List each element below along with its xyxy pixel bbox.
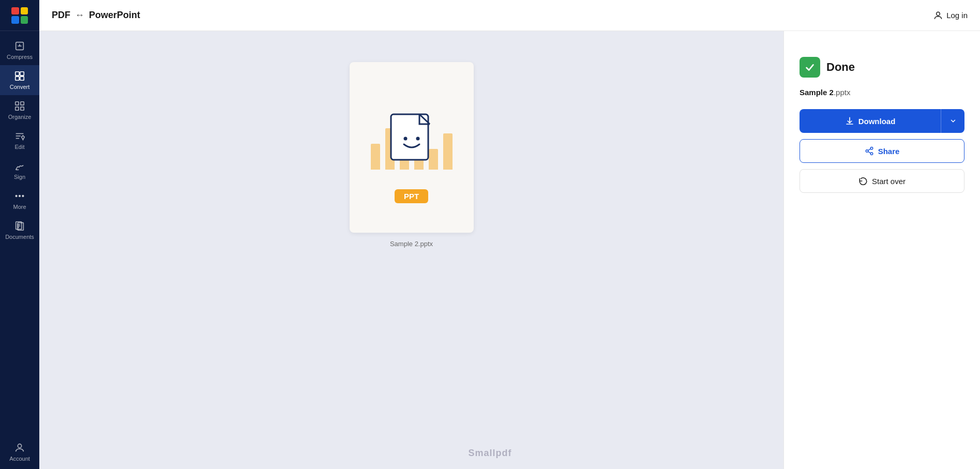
sidebar-label-organize: Organize xyxy=(8,114,32,120)
start-over-button[interactable]: Start over xyxy=(800,169,964,193)
file-info: Sample 2.pptx xyxy=(800,88,964,97)
main-wrapper: PDF ↔ PowerPoint Log in xyxy=(39,0,980,469)
svg-line-32 xyxy=(868,152,870,153)
sidebar-item-more[interactable]: More xyxy=(0,185,39,215)
ppt-badge: PPT xyxy=(395,189,428,203)
svg-rect-25 xyxy=(391,114,428,160)
sidebar-label-compress: Compress xyxy=(7,54,33,60)
svg-point-30 xyxy=(866,150,868,153)
file-display-name: Sample 2.pptx xyxy=(390,240,433,248)
download-button[interactable]: Download xyxy=(800,109,941,133)
sidebar-label-documents: Documents xyxy=(5,234,34,240)
svg-rect-3 xyxy=(16,72,19,75)
sidebar-item-organize[interactable]: Organize xyxy=(0,95,39,125)
svg-rect-8 xyxy=(21,102,24,105)
sidebar-label-convert: Convert xyxy=(10,84,30,90)
svg-rect-10 xyxy=(21,107,24,110)
done-header: Done xyxy=(800,57,964,78)
svg-point-24 xyxy=(937,12,940,16)
refresh-icon xyxy=(858,176,868,186)
preview-area: PPT Sample 2.pptx Smallpdf xyxy=(39,31,783,469)
svg-point-27 xyxy=(416,137,419,140)
svg-point-29 xyxy=(870,147,873,150)
compress-icon xyxy=(14,40,25,52)
user-icon xyxy=(933,10,943,21)
sidebar-nav: Compress Convert Organize xyxy=(0,31,39,437)
done-title: Done xyxy=(826,60,855,74)
sidebar-label-more: More xyxy=(13,204,26,210)
organize-icon xyxy=(14,100,25,112)
app-logo[interactable] xyxy=(0,0,39,31)
header: PDF ↔ PowerPoint Log in xyxy=(39,0,980,31)
sidebar-item-edit[interactable]: Edit xyxy=(0,125,39,155)
svg-point-26 xyxy=(403,137,407,140)
done-icon xyxy=(800,57,820,78)
svg-rect-6 xyxy=(20,77,24,80)
svg-point-23 xyxy=(18,444,21,448)
content: PPT Sample 2.pptx Smallpdf Done Sample 2… xyxy=(39,31,980,469)
sidebar-item-sign[interactable]: Sign xyxy=(0,155,39,185)
account-icon xyxy=(14,442,25,453)
svg-point-16 xyxy=(19,195,21,197)
chevron-down-icon xyxy=(949,117,957,125)
sidebar-label-edit: Edit xyxy=(15,144,25,150)
page-title: PDF ↔ PowerPoint xyxy=(52,10,933,21)
sidebar-item-documents[interactable]: Documents xyxy=(0,215,39,245)
svg-rect-5 xyxy=(16,77,19,80)
ppt-icon-wrap xyxy=(370,92,453,185)
svg-point-17 xyxy=(22,195,24,197)
file-preview-card: PPT xyxy=(350,62,474,233)
edit-icon xyxy=(14,130,25,142)
download-chevron-button[interactable] xyxy=(941,109,964,133)
sidebar: Compress Convert Organize xyxy=(0,0,39,469)
filename-ext: .pptx xyxy=(834,88,851,97)
svg-line-33 xyxy=(868,149,870,150)
svg-point-15 xyxy=(16,195,17,197)
svg-point-31 xyxy=(870,153,873,155)
share-icon xyxy=(865,146,874,156)
watermark: Smallpdf xyxy=(468,448,511,459)
sidebar-label-sign: Sign xyxy=(14,174,25,180)
right-panel: Done Sample 2.pptx Download xyxy=(783,31,980,469)
sidebar-item-account[interactable]: Account xyxy=(0,437,39,467)
sign-icon xyxy=(14,160,25,172)
more-icon xyxy=(14,190,25,202)
sidebar-item-convert[interactable]: Convert xyxy=(0,65,39,95)
sidebar-bottom: Account xyxy=(0,437,39,469)
sidebar-label-account: Account xyxy=(9,456,30,462)
filename-bold: Sample 2 xyxy=(800,88,834,97)
sidebar-item-compress[interactable]: Compress xyxy=(0,35,39,65)
download-icon xyxy=(845,116,854,126)
login-button[interactable]: Log in xyxy=(933,10,968,21)
convert-icon xyxy=(14,70,25,82)
file-document-icon xyxy=(388,112,435,165)
svg-rect-7 xyxy=(16,102,19,105)
svg-rect-9 xyxy=(16,107,19,110)
svg-rect-4 xyxy=(20,72,24,75)
documents-icon xyxy=(14,220,25,232)
share-button[interactable]: Share xyxy=(800,139,964,163)
download-row: Download xyxy=(800,109,964,133)
